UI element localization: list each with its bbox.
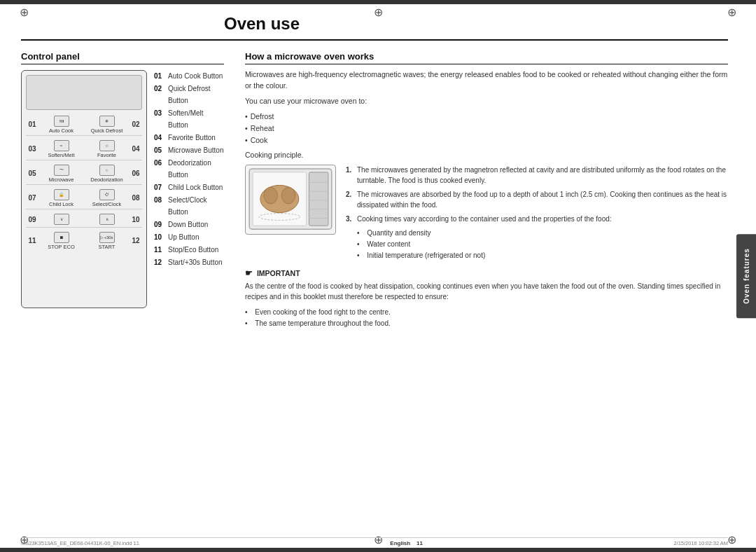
mw-btn-down[interactable]: ∨ <box>38 214 84 226</box>
list-item: • Cook <box>245 134 728 146</box>
mw-num-04: 04 <box>130 145 142 153</box>
mw-btn-selectclock[interactable]: ⏱ Select/Clock <box>84 189 130 207</box>
mw-btn-start[interactable]: ▷+30s START <box>84 232 130 250</box>
mw-num-07: 07 <box>26 194 38 202</box>
mw-btn-microwave-icon: 〜 <box>54 165 69 176</box>
important-heading: ☛ IMPORTANT <box>245 268 728 278</box>
prop-water: Water content <box>367 239 410 250</box>
list-item: 01 Auto Cook Button <box>154 70 224 82</box>
mw-btn-autocook-label: Auto Cook <box>49 127 74 134</box>
mw-btn-stop[interactable]: ⏹ STOP ECO <box>38 232 84 250</box>
list-item: 02 Quick Defrost Button <box>154 83 224 106</box>
svg-point-10 <box>281 187 295 204</box>
mw-btn-deodorization[interactable]: ○ Deodorization <box>84 165 130 183</box>
mw-num-02: 02 <box>130 120 142 128</box>
mw-btn-selectclock-label: Select/Clock <box>92 201 122 207</box>
title-divider <box>21 39 728 41</box>
numbered-point-2: 2. The microwaves are absorbed by the fo… <box>346 189 728 210</box>
pt-num-2: 2. <box>346 189 354 210</box>
list-item: • The same temperature throughout the fo… <box>245 318 728 329</box>
btn-num-03: 03 <box>154 107 165 131</box>
mw-btn-microwave-label: Microwave <box>49 177 74 183</box>
page-lang: English <box>390 540 410 546</box>
footer-left: MS23K3513AS_EE_DE68-04431K-00_EN.indd 11 <box>21 540 139 546</box>
side-tab-label: Oven features <box>743 248 750 304</box>
mw-btn-up[interactable]: ∧ <box>84 214 130 226</box>
numbered-point-1: 1. The microwaves generated by the magne… <box>346 165 728 186</box>
mw-row-07-08: 07 🔒 Child Lock ⏱ Select/Clock 08 <box>26 188 142 209</box>
usage-reheat: Reheat <box>251 123 274 134</box>
mw-btn-microwave[interactable]: 〜 Microwave <box>38 165 84 183</box>
main-content: Oven use Control panel 01 🍽 Auto Cook <box>21 14 728 534</box>
pt-text-1: The microwaves generated by the magnetro… <box>357 165 728 186</box>
diagram-points-row: 1. The microwaves generated by the magne… <box>245 165 728 261</box>
usage-defrost: Defrost <box>251 111 274 123</box>
bullet-icon: • <box>357 250 360 261</box>
btn-num-12: 12 <box>154 256 165 268</box>
food-diagram <box>245 165 336 235</box>
btn-num-01: 01 <box>154 70 165 82</box>
mw-num-06: 06 <box>130 170 142 177</box>
mw-btn-childlock-label: Child Lock <box>49 201 74 207</box>
list-item: • Defrost <box>245 111 728 123</box>
btn-num-10: 10 <box>154 231 165 243</box>
mw-btn-selectclock-icon: ⏱ <box>99 189 115 200</box>
mw-btn-favorite[interactable]: ☆ Favorite <box>84 140 130 158</box>
side-tab: Oven features <box>736 234 756 318</box>
important-label: IMPORTANT <box>257 269 300 277</box>
list-item: 07 Child Lock Button <box>154 181 224 193</box>
numbered-point-3: 3. Cooking times vary according to the c… <box>346 214 728 224</box>
mw-btn-soften-icon: ≈ <box>54 140 69 151</box>
mw-btn-quickdefrost[interactable]: ❄ Quick Defrost <box>84 116 130 134</box>
bullet-icon: • <box>245 318 248 329</box>
left-column: Control panel 01 🍽 Auto Cook ❄ <box>21 51 224 535</box>
svg-rect-1 <box>309 172 328 226</box>
important-box: ☛ IMPORTANT As the centre of the food is… <box>245 268 728 329</box>
mw-num-03: 03 <box>26 145 38 153</box>
btn-num-06: 06 <box>154 157 165 181</box>
mw-btn-quickdefrost-label: Quick Defrost <box>91 127 122 134</box>
list-item: • Initial temperature (refrigerated or n… <box>357 250 728 261</box>
page-title: Oven use <box>21 14 728 34</box>
mw-btn-start-icon: ▷+30s <box>99 232 115 243</box>
btn-label-03: Soften/Melt Button <box>168 107 224 131</box>
pt-num-1: 1. <box>346 165 354 186</box>
usage-cook: Cook <box>251 134 268 146</box>
btn-num-07: 07 <box>154 181 165 193</box>
list-item: 09 Down Button <box>154 219 224 230</box>
mw-row-09-10: 09 ∨ ∧ 10 <box>26 212 142 228</box>
mw-btn-start-label: START <box>99 244 115 250</box>
mw-num-11: 11 <box>26 237 38 244</box>
list-item: 10 Up Button <box>154 231 224 243</box>
btn-num-04: 04 <box>154 132 165 144</box>
mw-row-03-04: 03 ≈ Soften/Melt ☆ Favorite 04 <box>26 139 142 160</box>
btn-num-11: 11 <box>154 244 165 256</box>
how-intro-text: Microwaves are high-frequency electromag… <box>245 69 728 92</box>
mw-num-05: 05 <box>26 170 38 177</box>
bullet-icon: • <box>245 123 248 134</box>
usage-intro: You can use your microwave oven to: <box>245 95 728 106</box>
food-properties: • Quantity and density • Water content •… <box>357 228 728 261</box>
mw-btn-childlock[interactable]: 🔒 Child Lock <box>38 189 84 207</box>
page-footer: MS23K3513AS_EE_DE68-04431K-00_EN.indd 11… <box>21 537 728 546</box>
mw-num-12: 12 <box>130 237 142 244</box>
btn-label-02: Quick Defrost Button <box>168 83 224 106</box>
list-item: 08 Select/Clock Button <box>154 194 224 218</box>
numbered-points: 1. The microwaves generated by the magne… <box>346 165 728 261</box>
svg-point-9 <box>264 187 278 204</box>
mw-btn-autocook[interactable]: 🍽 Auto Cook <box>38 116 84 134</box>
button-list: 01 Auto Cook Button 02 Quick Defrost But… <box>154 70 224 308</box>
prop-quantity: Quantity and density <box>367 228 430 239</box>
mw-num-10: 10 <box>130 216 142 223</box>
microwave-diagram: 01 🍽 Auto Cook ❄ Quick Defrost 02 <box>21 70 147 308</box>
control-panel-heading: Control panel <box>21 51 224 64</box>
btn-num-08: 08 <box>154 194 165 218</box>
mw-btn-soften[interactable]: ≈ Soften/Melt <box>38 140 84 158</box>
page-num: 11 <box>416 540 423 546</box>
mw-btn-soften-label: Soften/Melt <box>48 152 75 158</box>
columns: Control panel 01 🍽 Auto Cook ❄ <box>21 51 728 535</box>
bullet-icon: • <box>245 307 248 318</box>
btn-label-04: Favorite Button <box>168 132 216 144</box>
mw-btn-up-icon: ∧ <box>99 214 115 225</box>
list-item: 06 Deodorization Button <box>154 157 224 181</box>
